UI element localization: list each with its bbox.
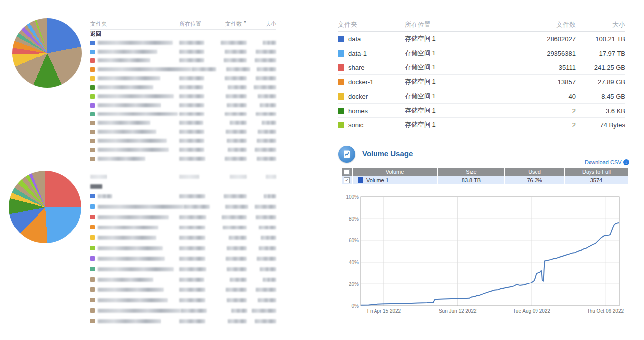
redacted-folder-name — [98, 112, 178, 116]
table-row[interactable] — [90, 232, 276, 243]
folder-size: 3.6 KB — [576, 107, 625, 114]
table-row[interactable] — [90, 201, 276, 212]
volume-table: Volume Size Used Days to Full ✓Volume 18… — [342, 168, 628, 184]
table-row[interactable] — [90, 136, 276, 145]
back-row-redacted[interactable] — [90, 182, 276, 191]
redacted-header-location — [179, 175, 199, 179]
table-row[interactable]: share存储空间 135111241.25 GB — [338, 60, 625, 75]
folder-color-chip — [90, 85, 95, 90]
redacted-folder-name — [98, 58, 150, 62]
folder-location: 存储空间 1 — [405, 77, 521, 86]
table-row[interactable]: data存储空间 128602027100.21 TB — [338, 32, 625, 46]
redacted-folder-name — [98, 94, 174, 98]
redacted-count — [228, 148, 247, 152]
folder-count: 40 — [521, 93, 576, 100]
table-row[interactable]: data-1存储空间 12935638117.97 TB — [338, 46, 625, 60]
table-row[interactable] — [90, 295, 276, 305]
folder-color-chip — [90, 298, 95, 302]
redacted-folder-name — [98, 298, 168, 302]
y-axis-tick-label: 40% — [349, 260, 359, 265]
table-row[interactable] — [90, 264, 276, 274]
table-row[interactable] — [90, 316, 276, 326]
table-row[interactable] — [90, 56, 276, 65]
table-row[interactable] — [90, 253, 276, 264]
redacted-count — [225, 50, 247, 54]
column-header-count[interactable]: 文件数 — [521, 20, 576, 29]
table-row[interactable]: docker-1存储空间 11385727.89 GB — [338, 75, 625, 89]
redacted-size — [257, 257, 276, 261]
redacted-size — [259, 246, 276, 250]
redacted-folder-name — [98, 205, 184, 209]
folder-location: 存储空间 1 — [405, 92, 521, 101]
table-row[interactable] — [90, 305, 276, 316]
select-all-checkbox-cell[interactable] — [342, 168, 352, 176]
column-header-folder[interactable]: 文件夹 — [338, 20, 405, 29]
column-header-size[interactable]: 大小 — [251, 20, 276, 28]
folder-name: homes — [348, 107, 368, 114]
table-row[interactable]: sonic存储空间 1274 Bytes — [338, 118, 625, 132]
volume-checkbox[interactable]: ✓ — [344, 177, 350, 183]
table-row[interactable] — [90, 101, 276, 110]
redacted-folder-name — [98, 278, 153, 282]
folder-color-chip — [90, 139, 95, 143]
redacted-count — [227, 267, 247, 271]
table-row[interactable]: docker存储空间 1408.45 GB — [338, 89, 625, 104]
folder-color-chip — [90, 67, 95, 72]
redacted-size — [261, 236, 276, 240]
folder-count: 29356381 — [521, 50, 576, 57]
folder-size: 241.25 GB — [576, 64, 625, 71]
table-row[interactable] — [90, 222, 276, 232]
table-row[interactable] — [90, 243, 276, 253]
table-row[interactable] — [90, 284, 276, 295]
redacted-size — [258, 130, 276, 134]
redacted-folder-name — [98, 41, 173, 45]
folder-usage-pie-chart-top[interactable] — [12, 18, 82, 88]
folder-color-chip — [90, 103, 95, 108]
table-row[interactable] — [90, 118, 276, 127]
redacted-location — [179, 288, 205, 292]
redacted-size — [255, 205, 276, 209]
column-header-location[interactable]: 所在位置 — [405, 20, 521, 29]
table-row[interactable]: homes存储空间 123.6 KB — [338, 104, 625, 118]
redacted-size — [256, 76, 276, 80]
redacted-count — [228, 85, 247, 89]
table-row[interactable] — [90, 74, 276, 83]
redacted-location — [179, 194, 205, 198]
column-header-location[interactable]: 所在位置 — [179, 20, 214, 28]
folder-color-chip — [90, 148, 95, 152]
select-all-checkbox[interactable] — [344, 169, 350, 175]
volume-table-header: Volume Size Used Days to Full — [342, 168, 628, 176]
column-header-size[interactable]: 大小 — [576, 20, 625, 29]
table-row[interactable] — [90, 274, 276, 284]
redacted-size — [263, 41, 276, 45]
column-header-folder[interactable]: 文件夹 — [90, 20, 179, 28]
back-row[interactable]: 返回 — [90, 30, 276, 38]
volume-used: 76.3% — [505, 176, 564, 184]
y-axis-tick-label: 80% — [349, 216, 359, 222]
table-row[interactable] — [90, 83, 276, 92]
table-row[interactable] — [90, 38, 276, 47]
download-csv-link[interactable]: Download CSV↓ — [585, 159, 629, 165]
table-row[interactable] — [90, 92, 276, 101]
table-row[interactable] — [90, 191, 276, 201]
table-row[interactable] — [90, 154, 276, 163]
folder-color-chip — [338, 36, 344, 42]
redacted-size — [256, 215, 276, 219]
redacted-count — [227, 246, 247, 250]
document-trend-icon — [342, 150, 351, 159]
table-row[interactable] — [90, 110, 276, 118]
folder-color-chip — [90, 121, 95, 125]
volume-row[interactable]: ✓Volume 183.8 TB76.3%3574 — [342, 176, 628, 184]
table-row[interactable] — [90, 127, 276, 136]
table-row[interactable] — [90, 212, 276, 222]
download-csv[interactable]: Download CSV↓ — [585, 159, 629, 165]
redacted-location — [179, 94, 204, 98]
table-row[interactable] — [90, 47, 276, 56]
column-header-count[interactable]: 文件数▼ — [214, 20, 251, 28]
redacted-size — [256, 50, 276, 54]
volume-legend-chip — [358, 177, 363, 183]
table-row[interactable] — [90, 145, 276, 154]
redacted-count — [230, 278, 247, 282]
folder-usage-pie-chart-bottom[interactable] — [9, 171, 81, 243]
table-row[interactable] — [90, 65, 276, 74]
